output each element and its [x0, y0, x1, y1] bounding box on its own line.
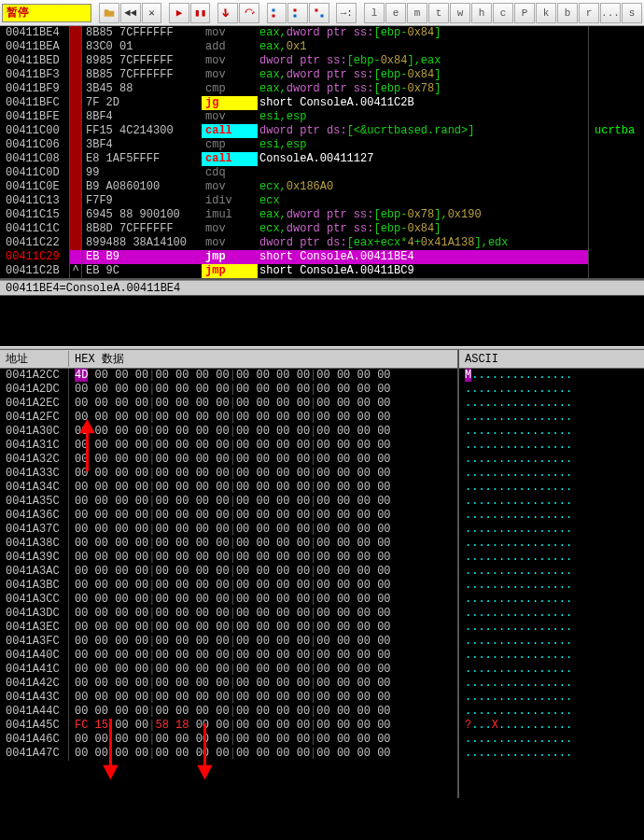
- hex-row[interactable]: 0041A2FC00 00 00 00|00 00 00 00|00 00 00…: [0, 411, 457, 425]
- ascii-row[interactable]: ................: [459, 691, 644, 705]
- step-over-button[interactable]: [239, 3, 259, 23]
- ascii-row[interactable]: ................: [459, 565, 644, 579]
- disasm-row[interactable]: 00411C15 6945 88 900100imuleax,dword ptr…: [0, 208, 644, 222]
- rewind-button[interactable]: ◄◄: [120, 3, 141, 23]
- disasm-row[interactable]: 00411C13 F7F9idivecx: [0, 194, 644, 208]
- hex-row[interactable]: 0041A3DC00 00 00 00|00 00 00 00|00 00 00…: [0, 607, 457, 621]
- ascii-row[interactable]: ................: [459, 481, 644, 495]
- ascii-row[interactable]: ................: [459, 411, 644, 425]
- view-m-button[interactable]: m: [407, 3, 427, 23]
- hex-row[interactable]: 0041A3BC00 00 00 00|00 00 00 00|00 00 00…: [0, 579, 457, 593]
- ascii-row[interactable]: ................: [459, 537, 644, 551]
- open-folder-button[interactable]: [99, 3, 119, 23]
- disasm-row[interactable]: 00411C08 E8 1AF5FFFFcallConsoleA.0041112…: [0, 152, 644, 166]
- hex-row[interactable]: 0041A47C00 00 00 00|00 00 00 00|00 00 00…: [0, 747, 457, 761]
- ascii-row[interactable]: ................: [459, 439, 644, 453]
- disasm-row[interactable]: 00411C06 3BF4cmpesi,esp: [0, 138, 644, 152]
- hex-row[interactable]: 0041A40C00 00 00 00|00 00 00 00|00 00 00…: [0, 649, 457, 663]
- disasm-row[interactable]: 00411C29 EB B9jmpshort ConsoleA.00411BE4: [0, 250, 644, 264]
- view-t-button[interactable]: t: [428, 3, 449, 23]
- view-c-button[interactable]: c: [493, 3, 513, 23]
- ascii-row[interactable]: ................: [459, 453, 644, 467]
- ascii-row[interactable]: ................: [459, 733, 644, 747]
- hex-row[interactable]: 0041A39C00 00 00 00|00 00 00 00|00 00 00…: [0, 551, 457, 565]
- view-r-button[interactable]: r: [579, 3, 599, 23]
- disasm-row[interactable]: 00411BE4 8B85 7CFFFFFFmoveax,dword ptr s…: [0, 26, 644, 40]
- disasm-row[interactable]: 00411BEA 83C0 01addeax,0x1: [0, 40, 644, 54]
- ascii-row[interactable]: ................: [459, 509, 644, 523]
- disasm-row[interactable]: 00411C1C 8B8D 7CFFFFFFmovecx,dword ptr s…: [0, 222, 644, 236]
- hex-row[interactable]: 0041A42C00 00 00 00|00 00 00 00|00 00 00…: [0, 677, 457, 691]
- execute-till-return-button[interactable]: [309, 3, 329, 23]
- disasm-row[interactable]: 00411BED 8985 7CFFFFFFmovdword ptr ss:[e…: [0, 54, 644, 68]
- view-e-button[interactable]: e: [385, 3, 406, 23]
- view-b-button[interactable]: b: [557, 3, 578, 23]
- hex-row[interactable]: 0041A31C00 00 00 00|00 00 00 00|00 00 00…: [0, 439, 457, 453]
- hex-row[interactable]: 0041A35C00 00 00 00|00 00 00 00|00 00 00…: [0, 495, 457, 509]
- disassembly-pane[interactable]: 00411BE4 8B85 7CFFFFFFmoveax,dword ptr s…: [0, 26, 644, 280]
- disasm-row[interactable]: 00411C00 FF15 4C214300calldword ptr ds:[…: [0, 124, 644, 138]
- view-s-button[interactable]: s: [622, 3, 642, 23]
- disasm-row[interactable]: 00411C0E B9 A0860100movecx,0x186A0: [0, 180, 644, 194]
- disasm-row[interactable]: 00411C22 899488 38A14100movdword ptr ds:…: [0, 236, 644, 250]
- ascii-row[interactable]: ................: [459, 397, 644, 411]
- hex-row[interactable]: 0041A45CFC 15 00 00|58 18 00 00|00 00 00…: [0, 719, 457, 733]
- disasm-row[interactable]: 00411BFC 7F 2Djgshort ConsoleA.00411C2B: [0, 96, 644, 110]
- ascii-row[interactable]: M...............: [459, 369, 644, 383]
- ascii-row[interactable]: ................: [459, 663, 644, 677]
- goto-button[interactable]: →:: [336, 3, 357, 23]
- ascii-row[interactable]: ?...X...........: [459, 719, 644, 733]
- hex-row[interactable]: 0041A34C00 00 00 00|00 00 00 00|00 00 00…: [0, 481, 457, 495]
- hex-row[interactable]: 0041A3CC00 00 00 00|00 00 00 00|00 00 00…: [0, 593, 457, 607]
- pause-button[interactable]: ▮▮: [190, 3, 211, 23]
- view-k-button[interactable]: k: [536, 3, 556, 23]
- hex-row[interactable]: 0041A44C00 00 00 00|00 00 00 00|00 00 00…: [0, 705, 457, 719]
- ascii-row[interactable]: ................: [459, 425, 644, 439]
- hex-row[interactable]: 0041A37C00 00 00 00|00 00 00 00|00 00 00…: [0, 523, 457, 537]
- ascii-row[interactable]: ................: [459, 551, 644, 565]
- ascii-row[interactable]: ................: [459, 607, 644, 621]
- hex-row[interactable]: 0041A36C00 00 00 00|00 00 00 00|00 00 00…: [0, 509, 457, 523]
- hex-row[interactable]: 0041A32C00 00 00 00|00 00 00 00|00 00 00…: [0, 453, 457, 467]
- trace-over-button[interactable]: [287, 3, 308, 23]
- ascii-row[interactable]: ................: [459, 677, 644, 691]
- hex-row[interactable]: 0041A30C00 00 00 00|00 00 00 00|00 00 00…: [0, 425, 457, 439]
- ascii-row[interactable]: ................: [459, 593, 644, 607]
- hex-row[interactable]: 0041A3AC00 00 00 00|00 00 00 00|00 00 00…: [0, 565, 457, 579]
- ascii-row[interactable]: ................: [459, 579, 644, 593]
- hex-row[interactable]: 0041A3EC00 00 00 00|00 00 00 00|00 00 00…: [0, 621, 457, 635]
- hex-row[interactable]: 0041A38C00 00 00 00|00 00 00 00|00 00 00…: [0, 537, 457, 551]
- hex-row[interactable]: 0041A43C00 00 00 00|00 00 00 00|00 00 00…: [0, 691, 457, 705]
- hex-row[interactable]: 0041A46C00 00 00 00|00 00 00 00|00 00 00…: [0, 733, 457, 747]
- ascii-row[interactable]: ................: [459, 635, 644, 649]
- ascii-row[interactable]: ................: [459, 495, 644, 509]
- disasm-row[interactable]: 00411BF3 8B85 7CFFFFFFmoveax,dword ptr s…: [0, 68, 644, 82]
- view-l-button[interactable]: l: [364, 3, 385, 23]
- view-w-button[interactable]: w: [450, 3, 470, 23]
- close-button[interactable]: ✕: [142, 3, 162, 23]
- ascii-row[interactable]: ................: [459, 621, 644, 635]
- run-button[interactable]: ▶: [169, 3, 189, 23]
- ascii-row[interactable]: ................: [459, 747, 644, 761]
- ascii-pane[interactable]: ASCII M.................................…: [457, 350, 644, 798]
- ascii-row[interactable]: ................: [459, 383, 644, 397]
- ascii-row[interactable]: ................: [459, 523, 644, 537]
- hex-pane[interactable]: 地址 HEX 数据 0041A2CC4D 00 00 00|00 00 00 0…: [0, 350, 457, 798]
- hex-row[interactable]: 0041A41C00 00 00 00|00 00 00 00|00 00 00…: [0, 663, 457, 677]
- ascii-row[interactable]: ................: [459, 467, 644, 481]
- ascii-row[interactable]: ................: [459, 705, 644, 719]
- hex-row[interactable]: 0041A2DC00 00 00 00|00 00 00 00|00 00 00…: [0, 383, 457, 397]
- hex-row[interactable]: 0041A33C00 00 00 00|00 00 00 00|00 00 00…: [0, 467, 457, 481]
- hex-row[interactable]: 0041A2EC00 00 00 00|00 00 00 00|00 00 00…: [0, 397, 457, 411]
- disasm-row[interactable]: 00411C2B^EB 9Cjmpshort ConsoleA.00411BC9: [0, 264, 644, 278]
- hex-row[interactable]: 0041A3FC00 00 00 00|00 00 00 00|00 00 00…: [0, 635, 457, 649]
- disasm-row[interactable]: 00411C0D 99cdq: [0, 166, 644, 180]
- disasm-row[interactable]: 00411BFE 8BF4movesi,esp: [0, 110, 644, 124]
- view-P-button[interactable]: P: [514, 3, 535, 23]
- trace-into-button[interactable]: [267, 3, 287, 23]
- step-into-button[interactable]: [217, 3, 238, 23]
- disasm-row[interactable]: 00411BF9 3B45 88cmpeax,dword ptr ss:[ebp…: [0, 82, 644, 96]
- view-h-button[interactable]: h: [471, 3, 492, 23]
- hex-row[interactable]: 0041A2CC4D 00 00 00|00 00 00 00|00 00 00…: [0, 369, 457, 383]
- ascii-row[interactable]: ................: [459, 649, 644, 663]
